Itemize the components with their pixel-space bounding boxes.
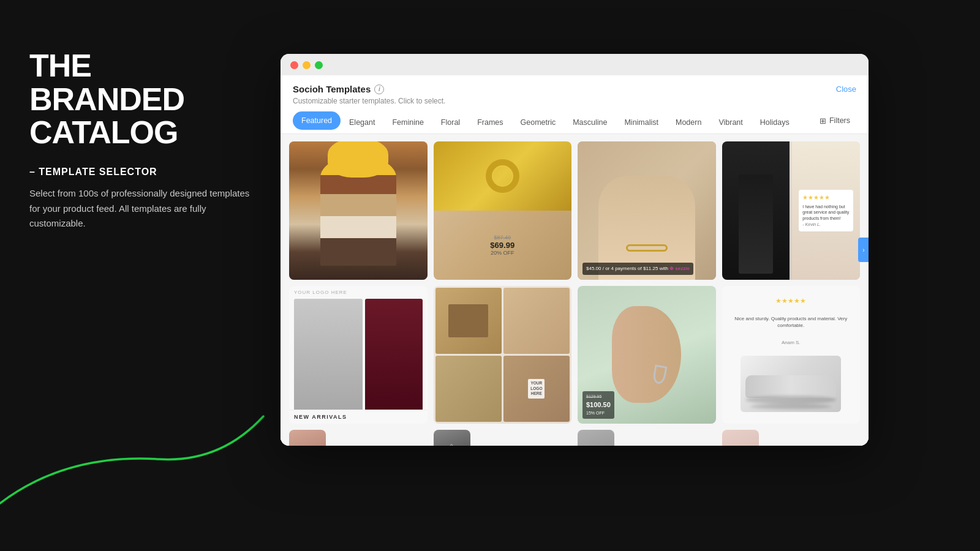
template-card-jewelry-price[interactable]: $87.49 $69.99 20% OFF (434, 141, 572, 280)
template-card-fashion-couple[interactable]: ★★★★★ I have had nothing but great servi… (722, 141, 861, 280)
mountain-icon: ⛰ (445, 440, 459, 446)
description-text: Select from 100s of professionally desig… (29, 186, 250, 231)
tab-masculine[interactable]: Masculine (564, 113, 616, 132)
tab-holidays[interactable]: Holidays (752, 113, 798, 132)
template-card-gray-product[interactable] (578, 430, 614, 446)
dress-maroon (365, 299, 422, 410)
app-content: Socioh Templates i Close Customizable st… (281, 75, 869, 446)
app-title: Socioh Templates i (293, 84, 384, 94)
main-title: THE BRANDEDCATALOG (29, 49, 250, 149)
expand-arrow-icon: › (862, 247, 864, 253)
left-panel: THE BRANDEDCATALOG TEMPLATE SELECTOR Sel… (29, 49, 250, 231)
browser-chrome (281, 54, 869, 75)
logo-text: YOUR LOGO HERE (289, 286, 428, 299)
tab-geometric[interactable]: Geometric (512, 113, 565, 132)
discount-text: 20% OFF (491, 250, 514, 256)
dress-images (289, 299, 428, 410)
app-header: Socioh Templates i Close Customizable st… (281, 75, 869, 134)
template-card-sneaker-review[interactable]: ★★★★★ Nice and sturdy. Quality products … (722, 286, 861, 424)
filters-button[interactable]: ⊞ Filters (813, 113, 856, 129)
earring-sale-price: $100.50 (586, 400, 611, 410)
tab-vibrant[interactable]: Vibrant (710, 113, 751, 132)
filters-label: Filters (829, 116, 850, 125)
app-title-text: Socioh Templates (293, 84, 371, 94)
app-subtitle: Customizable starter templates. Click to… (293, 97, 856, 105)
template-card-new-arrivals[interactable]: YOUR LOGO HERE NEW ARRIVALS (289, 286, 428, 424)
template-card-furniture[interactable]: YOURLOGOHERE (434, 286, 572, 424)
tab-elegant[interactable]: Elegant (341, 113, 383, 132)
earring-discount: 15% OFF (586, 410, 611, 417)
original-price: $87.49 (494, 234, 511, 241)
tab-feminine[interactable]: Feminine (383, 113, 432, 132)
side-expand-tab[interactable]: › (858, 238, 869, 262)
earring-original-price: $129.95 (586, 394, 611, 400)
browser-window: Socioh Templates i Close Customizable st… (281, 54, 869, 446)
dress-gray (294, 299, 363, 410)
traffic-lights (290, 61, 859, 69)
template-card-face-closeup[interactable] (289, 430, 326, 446)
tab-modern[interactable]: Modern (667, 113, 710, 132)
tab-frames[interactable]: Frames (469, 113, 511, 132)
app-title-row: Socioh Templates i Close (293, 84, 856, 94)
close-link[interactable]: Close (836, 84, 856, 94)
reviewer-name: Anam S. (782, 340, 801, 345)
earring-price-box: $129.95 $100.50 15% OFF (582, 391, 614, 419)
minimize-button[interactable] (303, 61, 311, 69)
review-stars: ★★★★★ (775, 297, 806, 305)
template-card-hand-ring[interactable]: $45.00 / or 4 payments of $11.25 with ⊕ … (578, 141, 716, 280)
decorative-curve (0, 404, 270, 514)
template-card-mountain-logo[interactable]: ⛰ (434, 430, 470, 446)
tab-floral[interactable]: Floral (432, 113, 469, 132)
sezzle-text: / or 4 payments of $11.25 with (603, 266, 669, 271)
close-button[interactable] (290, 61, 298, 69)
tab-minimalist[interactable]: Minimalist (616, 113, 667, 132)
sezzle-price: $45.00 (586, 266, 601, 271)
template-card-face-flower[interactable] (722, 430, 759, 446)
tab-bar: Featured Elegant Feminine Floral Frames … (293, 111, 856, 133)
template-grid-area[interactable]: $87.49 $69.99 20% OFF $45.00 / or 4 paym (281, 134, 869, 446)
new-arrivals-label: NEW ARRIVALS (289, 410, 428, 424)
shoe-image (741, 356, 841, 412)
tab-featured[interactable]: Featured (293, 111, 341, 130)
template-grid: $87.49 $69.99 20% OFF $45.00 / or 4 paym (289, 141, 860, 446)
template-card-earring[interactable]: $129.95 $100.50 15% OFF (578, 286, 716, 424)
section-subtitle: TEMPLATE SELECTOR (29, 167, 250, 178)
template-card-fashion-woman[interactable] (289, 141, 428, 280)
sezzle-brand: ⊕ sezzle (669, 266, 690, 271)
review-text: Nice and sturdy. Quality products and ma… (728, 315, 854, 329)
info-icon[interactable]: i (374, 84, 384, 94)
filter-icon: ⊞ (820, 116, 826, 126)
sale-price: $69.99 (490, 241, 514, 250)
maximize-button[interactable] (315, 61, 323, 69)
